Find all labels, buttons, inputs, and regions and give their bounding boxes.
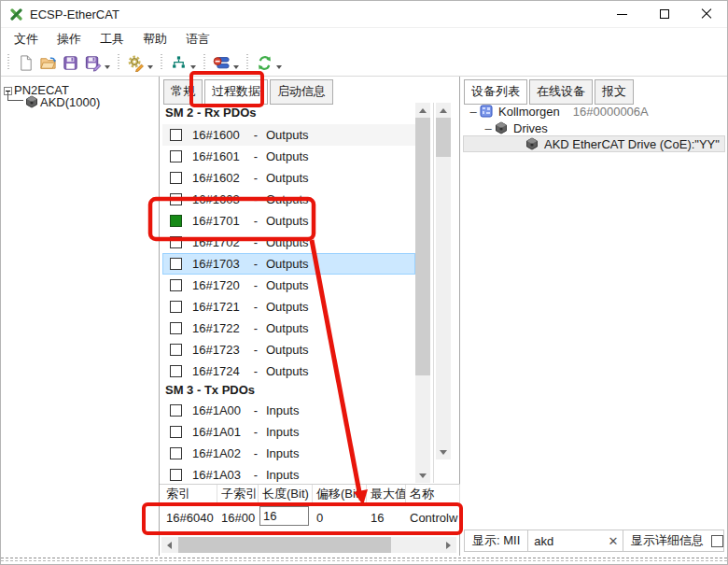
scrollbar-thumb[interactable] [178,537,391,553]
dropdown-arrow-icon[interactable] [233,65,239,69]
pdo-row[interactable]: 16#1721-Outputs [162,296,415,318]
right-tab[interactable]: 报文 [595,79,634,105]
scroll-up-icon[interactable] [415,103,430,118]
topology-button[interactable] [167,51,189,74]
pdo-row[interactable]: 16#1723-Outputs [162,339,415,360]
pdo-checkbox[interactable] [170,279,182,291]
pdo-index: 16#1702 [192,235,245,249]
dropdown-arrow-icon[interactable] [147,65,153,69]
drive-icon [525,137,539,150]
pdo-row[interactable]: 16#1603-Outputs [162,189,415,210]
menu-item[interactable]: 操作 [48,28,91,50]
show-detail-checkbox[interactable] [711,535,723,547]
open-file-icon [39,54,57,72]
pdo-checkbox[interactable] [170,447,182,459]
save-button[interactable] [59,51,81,74]
pdo-row[interactable]: 16#1A02-Inputs [162,443,415,464]
pdo-checkbox[interactable] [170,129,182,141]
menu-item[interactable]: 工具 [91,28,133,50]
device-tree-row[interactable]: –Drives [483,120,548,136]
pdo-row[interactable]: 16#1600-Outputs [162,124,415,146]
pdo-checkbox[interactable] [170,258,182,270]
pdo-checkbox[interactable] [170,426,182,438]
menu-item[interactable]: 帮助 [133,28,176,50]
length-input[interactable]: 16 [259,506,309,526]
scroll-up-icon[interactable] [436,103,451,118]
scrollbar-thumb[interactable] [415,118,430,375]
pdo-row[interactable]: 16#1703-Outputs [162,253,415,275]
pdo-row[interactable]: 16#1A00-Inputs [162,400,415,421]
pdo-list-scrollbar[interactable] [415,103,430,483]
tree-node-device[interactable]: AKD(1000) [40,95,100,109]
new-file-button[interactable] [14,51,36,74]
pdo-checkbox[interactable] [170,236,182,248]
toolbar-grip [118,54,119,71]
pdo-checkbox[interactable] [170,469,182,481]
pdo-row[interactable]: 16#1602-Outputs [162,167,415,189]
scroll-down-icon[interactable] [436,445,451,459]
pdo-index: 16#1721 [192,300,245,314]
device-tree-row[interactable]: AKD EtherCAT Drive (CoE):"YY" [463,135,725,152]
mid-tab[interactable]: 常规 [163,79,203,105]
pdo-row[interactable]: 16#1A01-Inputs [162,421,415,443]
pdo-row[interactable]: 16#1724-Outputs [162,360,415,382]
entry-col-header[interactable]: 最大值 [367,485,406,504]
refresh-button[interactable] [253,51,275,74]
entry-col-header[interactable]: 名称 [406,485,460,504]
horizontal-scrollbar[interactable] [161,537,456,553]
scroll-down-icon[interactable] [415,468,430,483]
pdo-row[interactable]: 16#1720-Outputs [162,275,415,296]
scroll-right-icon[interactable] [441,537,456,553]
window-bottom-border [1,560,727,561]
close-button[interactable] [685,1,727,27]
pdo-row[interactable]: 16#1601-Outputs [162,146,415,167]
clear-filter-icon[interactable]: ✕ [604,534,623,548]
pdo-section-header: SM 2 - Rx PDOs [162,103,415,124]
menu-item[interactable]: 语言 [176,28,219,50]
minimize-button[interactable] [601,1,643,27]
entry-col-header[interactable]: 偏移(Bit) [313,485,367,504]
open-file-button[interactable] [36,51,59,74]
pdo-index: 16#1A01 [192,425,245,439]
pdo-checkbox[interactable] [170,404,182,417]
pdo-row[interactable]: 16#1722-Outputs [162,318,415,339]
pdo-row[interactable]: 16#1702-Outputs [162,232,415,253]
pdo-row[interactable]: 16#1701-Outputs [162,210,415,232]
panel-scrollbar[interactable] [436,103,451,459]
dropdown-arrow-icon[interactable] [276,65,282,69]
filter-input[interactable]: akd [528,534,604,548]
pdo-checkbox[interactable] [170,150,182,162]
entry-col-header[interactable]: 长度(Bit) [259,485,313,504]
entry-col-header[interactable]: 子索引 [217,485,259,504]
pdo-checkbox[interactable] [170,365,182,377]
pdo-direction: Outputs [266,364,309,378]
drive-icon [495,121,508,134]
pdo-checkbox[interactable] [170,344,182,356]
mid-tab-active[interactable]: 过程数据 [204,79,268,105]
pdo-checkbox[interactable] [170,301,182,313]
entry-cell: 0 [313,508,367,529]
tree-expander-glyph[interactable]: – [469,105,478,119]
right-tab[interactable]: 在线设备 [529,79,593,105]
dropdown-arrow-icon[interactable] [190,65,196,69]
edit-config-button[interactable] [124,51,147,74]
pdo-row[interactable]: 16#1A03-Inputs [162,464,415,483]
entry-cell: Controlw [406,508,460,529]
scrollbar-thumb[interactable] [436,118,451,157]
scroll-left-icon[interactable] [161,537,177,553]
device-tree-row[interactable]: –Kollmorgen16#0000006A [469,103,649,120]
entry-col-header[interactable]: 索引 [162,485,217,504]
pdo-checkbox[interactable] [170,322,182,334]
dropdown-arrow-icon[interactable] [105,65,110,69]
pdo-direction: Outputs [266,300,309,314]
save-as-button[interactable] [81,51,104,74]
pdo-checkbox[interactable] [170,193,182,205]
device-config-button[interactable] [210,51,232,74]
menu-item[interactable]: 文件 [5,28,48,50]
pdo-checkbox[interactable] [170,215,182,227]
tree-expander-glyph[interactable]: – [483,121,493,135]
maximize-button[interactable] [643,1,685,27]
pdo-checkbox[interactable] [170,172,182,184]
mid-tab[interactable]: 启动信息 [270,79,333,105]
right-tab-active[interactable]: 设备列表 [464,79,527,105]
